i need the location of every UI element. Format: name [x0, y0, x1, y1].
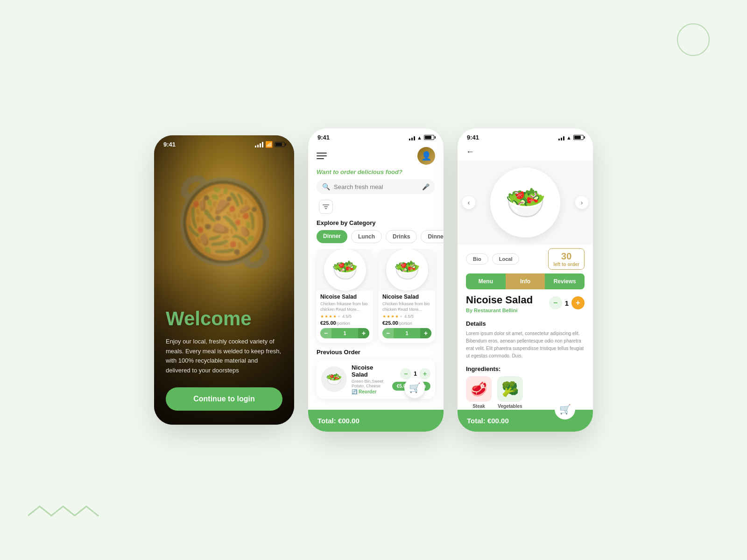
prev-order-image: 🥗 [321, 366, 347, 392]
tag-badges: Bio Local [466, 253, 519, 265]
signal-icon [255, 142, 263, 147]
wifi-icon: 📶 [265, 141, 273, 148]
prev-qty-minus[interactable]: − [400, 368, 411, 379]
status-bar: 9:41 📶 [154, 135, 294, 150]
stock-number: 30 [553, 251, 579, 262]
next-image-button[interactable]: › [575, 196, 588, 209]
vegetables-icon: 🥦 [497, 376, 523, 402]
welcome-title: Welcome [166, 308, 282, 330]
stock-label: left to order [553, 262, 579, 267]
prev-order-items: Green Bin,Sweet Potato, Cheese [352, 379, 388, 388]
status-icons-2: ▲ [409, 135, 434, 140]
filter-icon [323, 204, 329, 210]
tab-info[interactable]: Info [506, 273, 545, 289]
tab-lunch[interactable]: Lunch [351, 230, 382, 243]
bg-zigzag-decoration [28, 499, 103, 523]
food-card-2: 🥗 Nicoise Salad Chicken frikasee from bi… [379, 249, 435, 343]
greeting-text: Want to order delicious food? [308, 168, 444, 179]
welcome-description: Enjoy our local, freshly cooked variety … [166, 337, 282, 376]
reorder-button[interactable]: 🔄 Reorder [352, 389, 388, 394]
search-input[interactable] [334, 183, 418, 190]
local-badge[interactable]: Local [492, 253, 520, 265]
food-card-1: 🥗 Nicoise Salad Chicken frikasee from bi… [317, 249, 373, 343]
detail-total: Total: €00.00 [467, 417, 509, 425]
qty-plus-2[interactable]: + [420, 328, 431, 338]
tab-reviews[interactable]: Reviews [545, 273, 585, 289]
filter-button[interactable] [319, 200, 333, 214]
qty-minus-2[interactable]: − [382, 328, 394, 338]
search-icon: 🔍 [322, 183, 330, 190]
status-bar-3: 9:41 ▲ [458, 128, 593, 143]
phone-detail: 9:41 ▲ ← ‹ [458, 128, 593, 432]
food-name-2: Nicoise Salad [382, 294, 431, 300]
back-button[interactable]: ← [466, 147, 474, 157]
tab-menu[interactable]: Menu [466, 273, 506, 289]
category-tabs: Dinner Lunch Drinks Dinne... [308, 230, 444, 249]
ingredient-steak: 🥩 Steak [466, 376, 492, 409]
food-desc-1: Chicken frikasee from bio chicken Read M… [320, 301, 369, 312]
status-icons-3: ▲ [558, 135, 584, 140]
food-card-image-1: 🥗 [317, 249, 373, 291]
food-price-2: €25.00/portion [382, 320, 431, 326]
explore-title: Explore by Category [308, 219, 444, 230]
prev-qty-num: 1 [414, 371, 417, 377]
total-label-2: Total: €00.00 [317, 417, 359, 425]
food-cards: 🥗 Nicoise Salad Chicken frikasee from bi… [308, 249, 444, 349]
mic-icon[interactable]: 🎤 [422, 183, 430, 190]
food-name-1: Nicoise Salad [320, 294, 369, 300]
signal-icon-2 [409, 135, 415, 140]
wifi-icon-2: ▲ [417, 135, 422, 140]
cart-fab-3[interactable]: 🛒 [555, 399, 575, 420]
tab-dinner2[interactable]: Dinne... [421, 230, 444, 243]
qty-plus-1[interactable]: + [358, 328, 369, 338]
detail-header: ← [458, 143, 593, 161]
continue-login-button[interactable]: Continue to login [166, 387, 282, 411]
battery-icon-3 [573, 135, 584, 140]
food-card-image-2: 🥗 [379, 249, 435, 291]
status-time: 9:41 [163, 141, 176, 148]
stock-badge: 30 left to order [548, 248, 585, 270]
phones-container: 🥘 9:41 📶 [154, 128, 593, 432]
food-plate-image: 🥗 [490, 168, 560, 238]
prev-order-name: Nicoise Salad [352, 364, 388, 378]
tab-dinner[interactable]: Dinner [317, 230, 347, 243]
detail-qty-num: 1 [565, 299, 569, 307]
restaurant-name: By Restaurant Bellini [466, 308, 533, 313]
qty-minus-1[interactable]: − [320, 328, 331, 338]
details-text: Lorem ipsum dolor sit amet, consectetur … [466, 330, 585, 360]
phone-browse: 9:41 ▲ [308, 128, 444, 432]
detail-qty-minus[interactable]: − [549, 296, 562, 309]
qty-control-1: − 1 + [320, 328, 369, 338]
wifi-icon-3: ▲ [566, 135, 571, 140]
detail-qty-plus[interactable]: + [571, 296, 585, 309]
food-hero: ‹ 🥗 › [458, 161, 593, 245]
bio-badge[interactable]: Bio [466, 253, 488, 265]
menu-button[interactable] [317, 153, 327, 159]
phone-welcome: 🥘 9:41 📶 [154, 135, 294, 425]
detail-tabs: Menu Info Reviews [466, 273, 585, 289]
food-price-1: €25.00/portion [320, 320, 369, 326]
status-icons: 📶 [255, 141, 285, 148]
ingredient-vegetables: 🥦 Vegetables [497, 376, 523, 409]
ingredients-title: Ingredients: [466, 365, 585, 372]
browse-header: 👤 [308, 143, 444, 168]
details-section-title: Details [466, 320, 585, 327]
cart-fab-2[interactable]: 🛒 [404, 378, 425, 398]
tab-drinks[interactable]: Drinks [386, 230, 417, 243]
detail-content: Nicoise Salad By Restaurant Bellini − 1 … [458, 294, 593, 410]
user-avatar[interactable]: 👤 [417, 147, 435, 165]
battery-icon [275, 142, 285, 147]
welcome-content: Welcome Enjoy our local, freshly cooked … [154, 308, 294, 425]
prev-order-info: Nicoise Salad Green Bin,Sweet Potato, Ch… [352, 364, 388, 394]
dish-title: Nicoise Salad [466, 294, 533, 306]
vegetables-label: Vegetables [498, 404, 522, 409]
steak-label: Steak [472, 404, 485, 409]
prev-image-button[interactable]: ‹ [462, 196, 475, 209]
prev-order-title: Previous Order [308, 349, 444, 359]
search-bar[interactable]: 🔍 🎤 [317, 179, 435, 194]
prev-qty-plus[interactable]: + [419, 368, 430, 379]
battery-icon-2 [424, 135, 434, 140]
food-emoji-bg: 🥘 [172, 173, 277, 272]
status-bar-2: 9:41 ▲ [308, 128, 444, 143]
qty-num-2: 1 [394, 330, 420, 336]
